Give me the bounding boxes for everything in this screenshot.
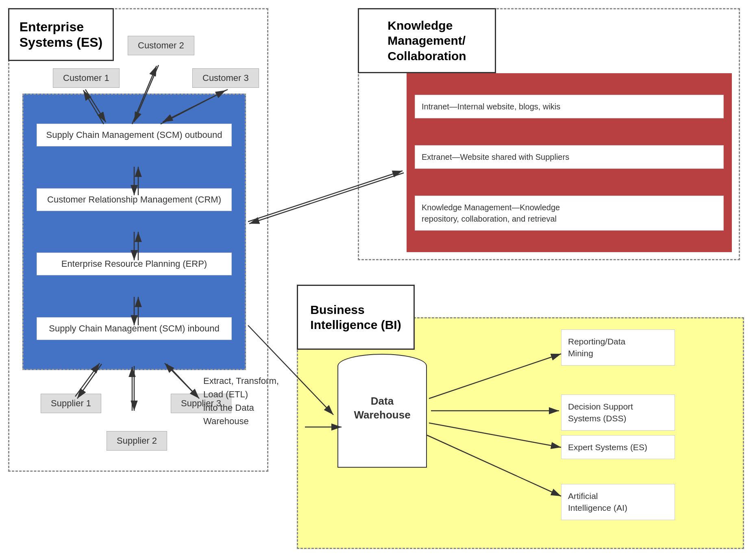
km-knowledge-box: Knowledge Management—Knowledge repositor… <box>415 196 724 231</box>
customer-1-label: Customer 1 <box>63 73 109 83</box>
etl-text: Extract, Transform, Load (ETL) into the … <box>203 376 279 426</box>
bi-ai-label: Artificial Intelligence (AI) <box>568 491 627 512</box>
km-red-area: Intranet—Internal website, blogs, wikis … <box>407 73 732 252</box>
dw-label: Data Warehouse <box>354 395 410 421</box>
es-blue-box: Supply Chain Management (SCM) outbound C… <box>22 94 246 370</box>
km-knowledge-label: Knowledge Management—Knowledge repositor… <box>422 203 560 223</box>
svg-line-20 <box>248 171 403 222</box>
bi-reporting-label: Reporting/Data Mining <box>568 337 625 358</box>
km-title-box: Knowledge Management/ Collaboration <box>358 8 496 73</box>
km-extranet-label: Extranet—Website shared with Suppliers <box>422 153 569 161</box>
scm-outbound-label: Supply Chain Management (SCM) outbound <box>46 130 222 140</box>
km-extranet-box: Extranet—Website shared with Suppliers <box>415 145 724 169</box>
customer-2-label: Customer 2 <box>138 40 184 50</box>
bi-reporting-box: Reporting/Data Mining <box>561 329 675 366</box>
km-title: Knowledge Management/ Collaboration <box>387 18 466 64</box>
supplier-2-box: Supplier 2 <box>107 431 167 451</box>
scm-outbound-box: Supply Chain Management (SCM) outbound <box>37 124 232 146</box>
dw-cylinder-label: Data Warehouse <box>337 394 427 422</box>
scm-inbound-label: Supply Chain Management (SCM) inbound <box>49 323 219 333</box>
supplier-2-label: Supplier 2 <box>117 436 157 446</box>
customer-2-box: Customer 2 <box>128 36 194 55</box>
svg-line-21 <box>249 173 404 224</box>
supplier-1-box: Supplier 1 <box>41 394 101 413</box>
customer-3-label: Customer 3 <box>202 73 249 83</box>
erp-label: Enterprise Resource Planning (ERP) <box>61 259 207 269</box>
bi-es-label: Expert Systems (ES) <box>568 442 647 452</box>
scm-inbound-box: Supply Chain Management (SCM) inbound <box>37 317 232 340</box>
es-title-box: Enterprise Systems (ES) <box>8 8 114 61</box>
crm-box: Customer Relationship Management (CRM) <box>37 188 232 211</box>
bi-title: Business Intelligence (BI) <box>310 302 401 333</box>
supplier-1-label: Supplier 1 <box>51 398 91 408</box>
customer-1-box: Customer 1 <box>53 68 120 88</box>
erp-box: Enterprise Resource Planning (ERP) <box>37 253 232 275</box>
bi-dss-label: Decision Support Systems (DSS) <box>568 402 633 423</box>
km-intranet-label: Intranet—Internal website, blogs, wikis <box>422 102 560 111</box>
customer-3-box: Customer 3 <box>192 68 259 88</box>
crm-label: Customer Relationship Management (CRM) <box>47 194 221 205</box>
km-intranet-box: Intranet—Internal website, blogs, wikis <box>415 95 724 118</box>
bi-ai-box: Artificial Intelligence (AI) <box>561 484 675 520</box>
es-title: Enterprise Systems (ES) <box>20 19 103 50</box>
bi-title-box: Business Intelligence (BI) <box>297 285 415 350</box>
diagram: Enterprise Systems (ES) Customer 2 Custo… <box>0 0 753 560</box>
bi-es-box: Expert Systems (ES) <box>561 435 675 459</box>
etl-label: Extract, Transform, Load (ETL) into the … <box>203 374 309 428</box>
bi-dss-box: Decision Support Systems (DSS) <box>561 394 675 431</box>
data-warehouse-cylinder: Data Warehouse <box>337 354 427 468</box>
